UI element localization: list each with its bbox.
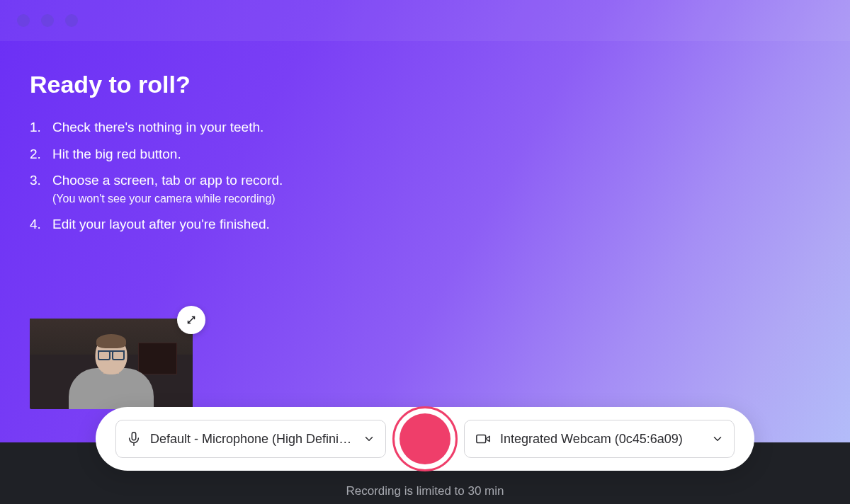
step-item: Edit your layout after you're finished. <box>30 215 283 234</box>
svg-rect-3 <box>477 435 486 443</box>
expand-preview-button[interactable] <box>177 306 205 334</box>
window-titlebar <box>0 0 850 41</box>
chevron-down-icon <box>711 433 724 445</box>
microphone-select[interactable]: Default - Microphone (High Definitio… <box>115 420 386 458</box>
instructions-panel: Ready to roll? Check there's nothing in … <box>30 71 283 241</box>
step-subtext: (You won't see your camera while recordi… <box>52 191 283 207</box>
recording-limit-text: Recording is limited to 30 min <box>0 484 850 498</box>
microphone-label: Default - Microphone (High Definitio… <box>150 432 354 447</box>
step-item: Check there's nothing in your teeth. <box>30 118 283 137</box>
step-item: Hit the big red button. <box>30 145 283 164</box>
recording-controls: Default - Microphone (High Definitio… In… <box>96 407 754 471</box>
maximize-window-button[interactable] <box>65 14 78 27</box>
page-title: Ready to roll? <box>30 71 283 98</box>
step-text: Edit your layout after you're finished. <box>52 217 270 231</box>
chevron-down-icon <box>363 433 375 445</box>
steps-list: Check there's nothing in your teeth. Hit… <box>30 118 283 233</box>
camera-label: Integrated Webcam (0c45:6a09) <box>500 432 703 447</box>
step-text: Choose a screen, tab or app to record. <box>52 173 283 188</box>
step-text: Check there's nothing in your teeth. <box>52 120 264 134</box>
webcam-video-feed <box>30 319 193 409</box>
minimize-window-button[interactable] <box>41 14 54 27</box>
svg-rect-1 <box>132 433 136 440</box>
app-window: Ready to roll? Check there's nothing in … <box>0 0 850 504</box>
record-button[interactable] <box>397 411 453 467</box>
camera-select[interactable]: Integrated Webcam (0c45:6a09) <box>464 420 735 458</box>
close-window-button[interactable] <box>17 14 30 27</box>
microphone-icon <box>126 431 142 447</box>
window-controls <box>17 14 78 27</box>
expand-icon <box>185 314 198 326</box>
step-text: Hit the big red button. <box>52 147 181 161</box>
record-button-wrap <box>386 411 464 467</box>
webcam-preview[interactable] <box>30 319 193 409</box>
svg-line-0 <box>188 317 195 323</box>
camera-icon <box>475 431 492 447</box>
step-item: Choose a screen, tab or app to record. (… <box>30 171 283 206</box>
svg-marker-4 <box>486 436 490 441</box>
